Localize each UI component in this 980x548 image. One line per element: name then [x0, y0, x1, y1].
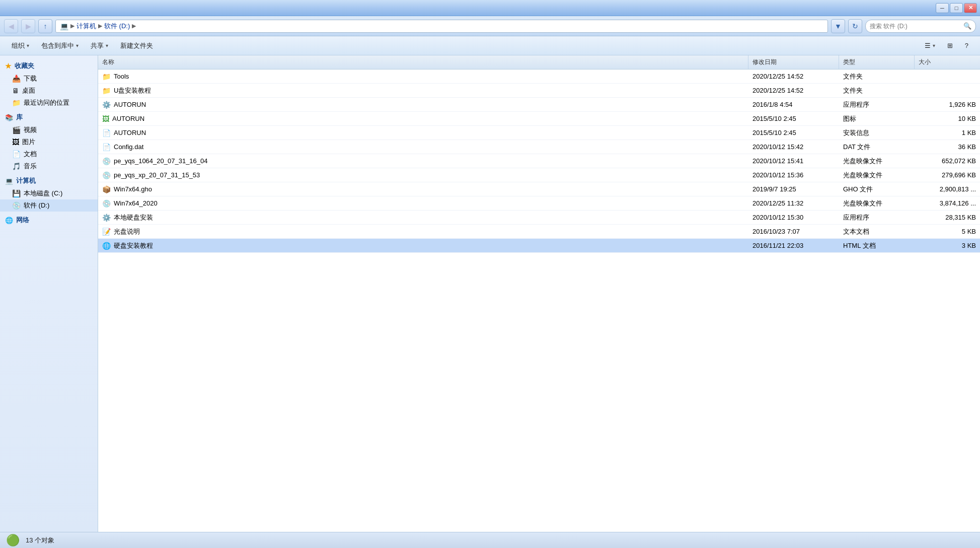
view-buttons: ☰ ▾ ⊞ ? [919, 38, 974, 53]
up-button[interactable]: ↑ [38, 19, 52, 33]
help-button[interactable]: ? [959, 38, 974, 53]
file-name: pe_yqs_1064_20_07_31_16_04 [114, 157, 208, 165]
file-type: 文本文档 [839, 227, 915, 236]
address-bar: ◀ ▶ ↑ 💻 ▶ 计算机 ▶ 软件 (D:) ▶ ▼ ↻ 🔍 [0, 16, 980, 36]
file-list-area: 名称 修改日期 类型 大小 📁 Tools 2020/12/25 14:52 文… [98, 55, 980, 532]
sidebar-item-desktop[interactable]: 🖥 桌面 [0, 85, 98, 97]
forward-button[interactable]: ▶ [21, 19, 35, 33]
path-separator-2: ▶ [98, 23, 102, 29]
file-modified: 2016/1/8 4:54 [748, 101, 839, 108]
file-type-icon: 🌐 [102, 242, 111, 250]
include-library-button[interactable]: 包含到库中 ▾ [36, 38, 84, 53]
file-modified: 2020/10/12 15:30 [748, 214, 839, 221]
view-options-button[interactable]: ☰ ▾ [919, 38, 941, 53]
file-row[interactable]: ⚙️ 本地硬盘安装 2020/10/12 15:30 应用程序 28,315 K… [98, 211, 980, 225]
file-name-cell: 📄 Config.dat [98, 143, 748, 151]
sidebar-item-download[interactable]: 📥 下载 [0, 73, 98, 85]
file-name: 光盘说明 [114, 227, 140, 236]
file-row[interactable]: 💿 pe_yqs_xp_20_07_31_15_53 2020/10/12 15… [98, 168, 980, 182]
search-input[interactable] [870, 23, 961, 30]
file-modified: 2016/10/23 7:07 [748, 228, 839, 235]
doc-icon: 📄 [12, 150, 21, 158]
sidebar-item-software-d[interactable]: 💿 软件 (D:) [0, 199, 98, 212]
network-icon: 🌐 [5, 217, 13, 224]
search-box: 🔍 [865, 20, 976, 33]
file-size: 36 KB [915, 143, 980, 151]
computer-header[interactable]: 💻 计算机 [0, 174, 98, 187]
sidebar: ★ 收藏夹 📥 下载 🖥 桌面 📁 最近访问的位置 📚 库 [0, 55, 98, 532]
close-button[interactable]: ✕ [964, 3, 977, 13]
sidebar-item-video[interactable]: 🎬 视频 [0, 124, 98, 136]
preview-pane-button[interactable]: ⊞ [942, 38, 958, 53]
file-type-icon: 💿 [102, 199, 111, 208]
sidebar-item-recent[interactable]: 📁 最近访问的位置 [0, 97, 98, 109]
file-type-icon: 📄 [102, 129, 111, 137]
path-computer[interactable]: 计算机 [77, 22, 96, 31]
file-row[interactable]: 🖼 AUTORUN 2015/5/10 2:45 图标 10 KB [98, 112, 980, 126]
file-row[interactable]: 📄 Config.dat 2020/10/12 15:42 DAT 文件 36 … [98, 140, 980, 154]
file-type-icon: 📁 [102, 73, 111, 81]
organize-button[interactable]: 组织 ▾ [6, 38, 35, 53]
file-size: 10 KB [915, 115, 980, 122]
title-bar: ─ □ ✕ [0, 0, 980, 16]
file-type-icon: ⚙️ [102, 214, 111, 222]
file-name: Win7x64_2020 [114, 199, 158, 207]
col-size[interactable]: 大小 [915, 55, 980, 69]
drive-d-icon: 💿 [12, 201, 21, 210]
file-row[interactable]: 💿 pe_yqs_1064_20_07_31_16_04 2020/10/12 … [98, 154, 980, 168]
path-separator-3: ▶ [132, 23, 136, 29]
file-rows-container: 📁 Tools 2020/12/25 14:52 文件夹 📁 U盘安装教程 20… [98, 70, 980, 253]
sidebar-item-music[interactable]: 🎵 音乐 [0, 160, 98, 172]
minimize-button[interactable]: ─ [936, 3, 949, 13]
col-name[interactable]: 名称 [98, 55, 748, 69]
toolbar: 组织 ▾ 包含到库中 ▾ 共享 ▾ 新建文件夹 ☰ ▾ ⊞ ? [0, 36, 980, 55]
sidebar-item-picture[interactable]: 🖼 图片 [0, 136, 98, 148]
file-row[interactable]: ⚙️ AUTORUN 2016/1/8 4:54 应用程序 1,926 KB [98, 98, 980, 112]
maximize-button[interactable]: □ [950, 3, 963, 13]
window-controls: ─ □ ✕ [936, 3, 977, 13]
file-modified: 2015/5/10 2:45 [748, 129, 839, 136]
path-drive[interactable]: 软件 (D:) [104, 22, 130, 31]
file-row[interactable]: 📝 光盘说明 2016/10/23 7:07 文本文档 5 KB [98, 225, 980, 239]
file-type-icon: 💿 [102, 171, 111, 179]
network-header[interactable]: 🌐 网络 [0, 214, 98, 227]
col-type[interactable]: 类型 [839, 55, 915, 69]
file-name-cell: 💿 pe_yqs_1064_20_07_31_16_04 [98, 157, 748, 165]
file-type-icon: 💿 [102, 157, 111, 165]
share-arrow: ▾ [106, 43, 108, 48]
file-row[interactable]: 📁 U盘安装教程 2020/12/25 14:52 文件夹 [98, 84, 980, 98]
share-button[interactable]: 共享 ▾ [85, 38, 114, 53]
back-button[interactable]: ◀ [4, 19, 18, 33]
refresh-button[interactable]: ↻ [848, 19, 862, 33]
file-name-cell: 🖼 AUTORUN [98, 115, 748, 123]
path-dropdown[interactable]: ▼ [831, 19, 845, 33]
sidebar-item-local-c[interactable]: 💾 本地磁盘 (C:) [0, 187, 98, 199]
include-arrow: ▾ [76, 43, 79, 48]
address-path: 💻 ▶ 计算机 ▶ 软件 (D:) ▶ [55, 20, 828, 33]
organize-arrow: ▾ [27, 43, 29, 48]
sidebar-item-doc[interactable]: 📄 文档 [0, 148, 98, 160]
file-size: 652,072 KB [915, 157, 980, 165]
file-row[interactable]: 📄 AUTORUN 2015/5/10 2:45 安装信息 1 KB [98, 126, 980, 140]
file-row[interactable]: 💿 Win7x64_2020 2020/12/25 11:32 光盘映像文件 3… [98, 196, 980, 211]
video-icon: 🎬 [12, 126, 21, 134]
file-name-cell: 📁 Tools [98, 73, 748, 81]
file-name-cell: ⚙️ 本地硬盘安装 [98, 213, 748, 222]
computer-section: 💻 计算机 💾 本地磁盘 (C:) 💿 软件 (D:) [0, 174, 98, 212]
col-modified[interactable]: 修改日期 [748, 55, 839, 69]
favorites-header[interactable]: ★ 收藏夹 [0, 59, 98, 73]
file-row[interactable]: 📁 Tools 2020/12/25 14:52 文件夹 [98, 70, 980, 84]
file-row[interactable]: 📦 Win7x64.gho 2019/9/7 19:25 GHO 文件 2,90… [98, 182, 980, 196]
file-type-icon: 📄 [102, 143, 111, 151]
file-row[interactable]: 🌐 硬盘安装教程 2016/11/21 22:03 HTML 文档 3 KB [98, 239, 980, 253]
file-name-cell: 📦 Win7x64.gho [98, 185, 748, 193]
file-type: HTML 文档 [839, 241, 915, 250]
file-list-header: 名称 修改日期 类型 大小 [98, 55, 980, 70]
library-header[interactable]: 📚 库 [0, 111, 98, 124]
file-name: 硬盘安装教程 [114, 241, 153, 250]
file-name: Win7x64.gho [114, 185, 152, 193]
search-icon[interactable]: 🔍 [963, 22, 971, 30]
file-name: AUTORUN [114, 101, 146, 108]
path-separator-1: ▶ [70, 23, 74, 29]
new-folder-button[interactable]: 新建文件夹 [115, 38, 159, 53]
